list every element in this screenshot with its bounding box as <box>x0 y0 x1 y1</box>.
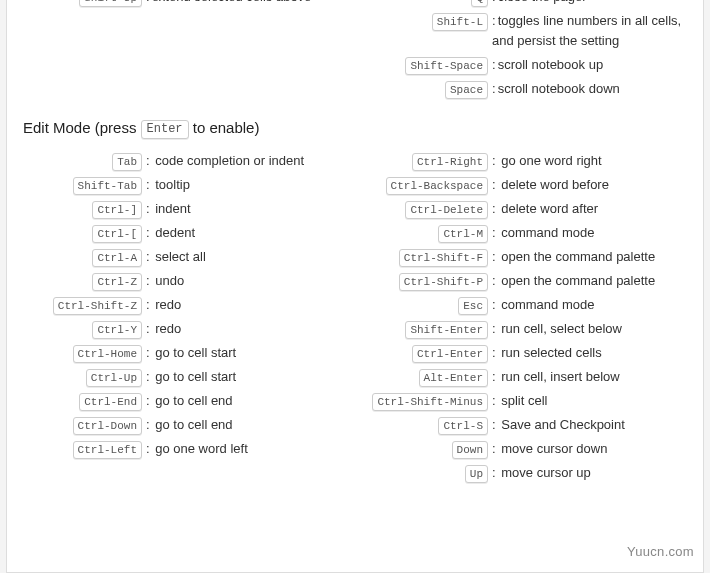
shortcut-row: Ctrl-Shift-Minus: split cell <box>365 391 691 411</box>
shortcut-row: Ctrl-]: indent <box>19 199 345 219</box>
shortcut-row: Shift-Space :scroll notebook up <box>365 55 691 75</box>
shortcut-desc: redo <box>155 321 181 336</box>
key-badge: Ctrl-S <box>438 417 488 435</box>
key-badge: Esc <box>458 297 488 315</box>
shortcut-desc: move cursor down <box>501 441 607 456</box>
shortcut-row: Ctrl-[: dedent <box>19 223 345 243</box>
shortcut-row: Ctrl-A: select all <box>19 247 345 267</box>
shortcut-desc: undo <box>155 273 184 288</box>
key-badge: Up <box>465 465 488 483</box>
shortcut-row: Ctrl-Delete: delete word after <box>365 199 691 219</box>
key-badge: Alt-Enter <box>419 369 488 387</box>
shortcut-desc: open the command palette <box>501 249 655 264</box>
shortcut-row: Alt-Enter: run cell, insert below <box>365 367 691 387</box>
key-badge: Down <box>452 441 488 459</box>
enter-key-badge: Enter <box>141 120 189 139</box>
shortcut-desc: Save and Checkpoint <box>501 417 625 432</box>
shortcut-desc: command mode <box>501 225 594 240</box>
shortcut-desc: tooltip <box>155 177 190 192</box>
shortcut-row: Ctrl-Left: go one word left <box>19 439 345 459</box>
edit-mode-right-col: Ctrl-Right: go one word rightCtrl-Backsp… <box>365 147 691 487</box>
shortcut-row: Ctrl-Down: go to cell end <box>19 415 345 435</box>
key-badge: Q <box>471 0 488 7</box>
key-badge: Ctrl-Enter <box>412 345 488 363</box>
shortcut-desc: dedent <box>155 225 195 240</box>
shortcut-desc: delete word before <box>501 177 609 192</box>
command-mode-columns-tail: Shift-Up :extend selected cells above Q … <box>19 0 691 103</box>
shortcut-row: Ctrl-Up: go to cell start <box>19 367 345 387</box>
shortcut-row: Shift-L :toggles line numbers in all cel… <box>365 11 691 51</box>
key-badge: Shift-Space <box>405 57 488 75</box>
shortcut-desc: select all <box>155 249 206 264</box>
key-badge: Ctrl-End <box>79 393 142 411</box>
shortcut-row: Down: move cursor down <box>365 439 691 459</box>
shortcut-row: Ctrl-Right: go one word right <box>365 151 691 171</box>
shortcut-row: Ctrl-Z: undo <box>19 271 345 291</box>
shortcut-row: Space :scroll notebook down <box>365 79 691 99</box>
key-badge: Ctrl-A <box>92 249 142 267</box>
key-badge: Ctrl-Shift-Minus <box>372 393 488 411</box>
shortcut-desc: go one word right <box>501 153 601 168</box>
shortcut-row: Ctrl-Backspace: delete word before <box>365 175 691 195</box>
edit-mode-heading: Edit Mode (press Enter to enable) <box>19 119 691 139</box>
shortcut-desc: run cell, select below <box>501 321 622 336</box>
shortcut-desc: code completion or indent <box>155 153 304 168</box>
shortcut-desc: move cursor up <box>501 465 591 480</box>
key-badge: Ctrl-Shift-Z <box>53 297 142 315</box>
shortcut-row: Ctrl-Y: redo <box>19 319 345 339</box>
shortcut-desc: command mode <box>501 297 594 312</box>
key-badge: Ctrl-[ <box>92 225 142 243</box>
shortcut-row: Ctrl-Enter: run selected cells <box>365 343 691 363</box>
shortcut-desc: go one word left <box>155 441 248 456</box>
key-badge: Ctrl-Down <box>73 417 142 435</box>
shortcut-desc: split cell <box>501 393 547 408</box>
shortcut-row: Shift-Up :extend selected cells above <box>19 0 345 7</box>
shortcut-row: Q :close the pager <box>365 0 691 7</box>
key-badge: Ctrl-Shift-P <box>399 273 488 291</box>
shortcut-desc: go to cell start <box>155 369 236 384</box>
command-mode-right-col: Q :close the pager Shift-L :toggles line… <box>365 0 691 103</box>
key-badge: Tab <box>112 153 142 171</box>
shortcut-desc: close the pager <box>498 0 587 4</box>
edit-mode-columns: Tab: code completion or indentShift-Tab:… <box>19 147 691 487</box>
key-badge: Space <box>445 81 488 99</box>
shortcut-desc: open the command palette <box>501 273 655 288</box>
key-badge: Shift-Up <box>79 0 142 7</box>
key-badge: Ctrl-Y <box>92 321 142 339</box>
edit-mode-left-col: Tab: code completion or indentShift-Tab:… <box>19 147 345 463</box>
key-badge: Shift-L <box>432 13 488 31</box>
key-badge: Ctrl-Right <box>412 153 488 171</box>
key-badge: Ctrl-Left <box>73 441 142 459</box>
key-badge: Ctrl-Up <box>86 369 142 387</box>
shortcut-desc: scroll notebook up <box>498 57 604 72</box>
key-badge: Ctrl-Z <box>92 273 142 291</box>
key-badge: Ctrl-Shift-F <box>399 249 488 267</box>
shortcut-row: Ctrl-Shift-P: open the command palette <box>365 271 691 291</box>
key-badge: Ctrl-] <box>92 201 142 219</box>
shortcut-desc: indent <box>155 201 190 216</box>
shortcut-desc: run selected cells <box>501 345 601 360</box>
shortcut-desc: toggles line numbers in all cells, and p… <box>492 13 681 48</box>
shortcut-row: Shift-Tab: tooltip <box>19 175 345 195</box>
shortcut-desc: run cell, insert below <box>501 369 620 384</box>
shortcut-row: Tab: code completion or indent <box>19 151 345 171</box>
shortcut-desc: extend selected cells above <box>152 0 312 4</box>
shortcut-desc: delete word after <box>501 201 598 216</box>
shortcut-desc: go to cell end <box>155 393 232 408</box>
key-badge: Ctrl-Home <box>73 345 142 363</box>
key-badge: Ctrl-Backspace <box>386 177 488 195</box>
shortcut-row: Esc: command mode <box>365 295 691 315</box>
shortcut-desc: scroll notebook down <box>498 81 620 96</box>
shortcut-row: Up: move cursor up <box>365 463 691 483</box>
shortcuts-panel: Shift-Up :extend selected cells above Q … <box>6 0 704 573</box>
shortcut-row: Ctrl-End: go to cell end <box>19 391 345 411</box>
shortcut-row: Ctrl-Shift-Z: redo <box>19 295 345 315</box>
key-badge: Shift-Tab <box>73 177 142 195</box>
shortcut-row: Shift-Enter: run cell, select below <box>365 319 691 339</box>
command-mode-left-col: Shift-Up :extend selected cells above <box>19 0 345 11</box>
key-badge: Ctrl-Delete <box>405 201 488 219</box>
shortcut-desc: go to cell start <box>155 345 236 360</box>
shortcut-desc: go to cell end <box>155 417 232 432</box>
key-badge: Shift-Enter <box>405 321 488 339</box>
shortcut-row: Ctrl-M: command mode <box>365 223 691 243</box>
